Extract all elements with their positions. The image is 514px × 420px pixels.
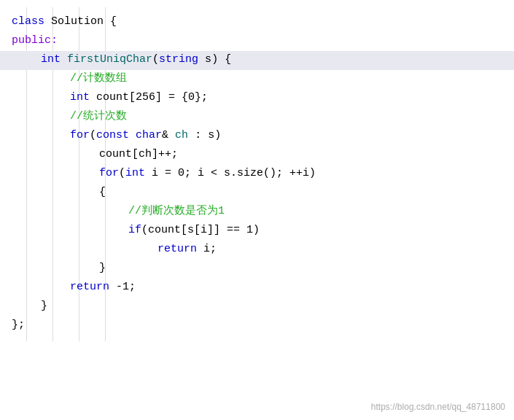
brace-close-outer: }: [41, 300, 47, 312]
count-decl: count[256] = {0};: [96, 91, 208, 104]
code-line-1: class Solution {: [12, 13, 502, 32]
keyword-for-2: for: [99, 167, 119, 179]
keyword-if: if: [128, 224, 141, 236]
code-line-15: return -1;: [12, 279, 502, 298]
code-line-17: };: [12, 316, 502, 335]
keyword-const: const: [96, 129, 129, 141]
paren-close: ) {: [211, 53, 231, 66]
comment-count-array: //计数数组: [70, 72, 127, 85]
return-i-val: i;: [203, 243, 217, 255]
brace-close-inner: }: [99, 262, 106, 274]
for1-paren: (: [90, 129, 96, 141]
keyword-int-1: int: [41, 53, 61, 66]
param-s: s: [205, 53, 211, 66]
keyword-int-3: int: [125, 167, 145, 179]
code-line-12: if(count[s[i]] == 1): [12, 222, 502, 241]
comment-stat-count: //统计次数: [70, 110, 127, 122]
ch-var: ch: [175, 129, 188, 141]
code-line-5: int count[256] = {0};: [12, 89, 502, 108]
keyword-return-1: return: [157, 243, 197, 255]
code-lines: class Solution { public: int firstUniqCh…: [0, 7, 514, 341]
class-close: };: [12, 316, 25, 334]
count-increment: count[ch]++;: [99, 148, 178, 160]
keyword-class: class: [12, 13, 44, 31]
code-line-10: {: [12, 184, 502, 203]
code-line-3: int firstUniqChar(string s) {: [0, 51, 514, 70]
keyword-for-1: for: [70, 129, 90, 141]
code-line-6: //统计次数: [12, 108, 502, 127]
paren-open: (: [152, 53, 159, 66]
code-line-4: //计数数组: [12, 70, 502, 89]
code-line-16: }: [12, 298, 502, 316]
code-line-14: }: [12, 260, 502, 279]
colon-separator: : s): [195, 129, 221, 141]
code-line-2: public:: [12, 32, 502, 51]
loop-var: i = 0; i < s.size(); ++i): [152, 167, 316, 179]
keyword-public: public:: [12, 32, 58, 50]
watermark: https://blog.csdn.net/qq_48711800: [371, 400, 505, 414]
code-line-7: for(const char& ch : s): [12, 127, 502, 146]
function-name: firstUniqChar: [67, 53, 152, 66]
keyword-char: char: [136, 129, 162, 141]
code-line-9: for(int i = 0; i < s.size(); ++i): [12, 165, 502, 184]
return-neg1-val: -1;: [116, 281, 136, 293]
comment-judge-count: //判断次数是否为1: [128, 205, 225, 217]
code-line-13: return i;: [12, 241, 502, 260]
for2-paren: (: [119, 167, 125, 179]
keyword-int-2: int: [70, 91, 90, 104]
code-line-8: count[ch]++;: [12, 146, 502, 165]
keyword-return-2: return: [70, 281, 109, 293]
code-line-11: //判断次数是否为1: [12, 203, 502, 222]
param-type-string: string: [159, 53, 198, 66]
ampersand: &: [162, 129, 168, 141]
class-name: Solution {: [51, 13, 117, 31]
code-editor: class Solution { public: int firstUniqCh…: [0, 0, 514, 420]
if-condition: (count[s[i]] == 1): [141, 224, 260, 236]
brace-open-inner: {: [99, 186, 106, 198]
